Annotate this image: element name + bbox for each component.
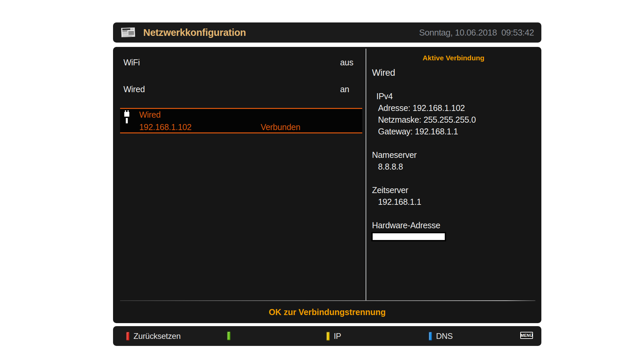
datetime-display: Sonntag, 10.06.2018 09:53:42 (419, 27, 534, 38)
list-row-wifi-label[interactable]: WiFi (123, 58, 140, 67)
blue-key-icon (429, 332, 432, 341)
menu-button[interactable]: MENÜ (520, 332, 533, 339)
yellow-button[interactable]: IP (326, 331, 341, 341)
list-row-wired-label[interactable]: Wired (123, 84, 145, 94)
vertical-divider (366, 49, 366, 301)
page-title: Netzwerkkonfiguration (143, 27, 246, 38)
ethernet-plug-icon (124, 110, 129, 124)
list-row-wifi-value: aus (340, 58, 353, 67)
timeserver-value: 192.168.1.1 (378, 197, 421, 206)
blue-button[interactable]: DNS (429, 331, 453, 341)
nameserver-heading: Nameserver (372, 150, 417, 160)
timeserver-heading: Zeitserver (372, 185, 408, 195)
details-heading: Aktive Verbindung (366, 54, 541, 62)
red-key-icon (126, 332, 129, 341)
yellow-key-icon (326, 332, 330, 341)
red-button-label: Zurücksetzen (133, 331, 180, 341)
horizontal-divider (120, 300, 535, 301)
list-row-wired-value: an (340, 84, 349, 94)
details-adapter-name: Wired (372, 68, 395, 77)
hardware-address-heading: Hardware-Adresse (372, 221, 440, 230)
green-key-icon (227, 331, 230, 340)
red-button[interactable]: Zurücksetzen (126, 331, 180, 341)
footer-bar: Zurücksetzen IP DNS MENÜ (113, 326, 541, 346)
selected-adapter-name: Wired (139, 110, 161, 119)
main-panel: WiFi aus Wired an Wired 192.168.1.102 Ve… (113, 47, 541, 323)
menu-button-label: MENÜ (521, 333, 533, 338)
selected-adapter-status: Verbunden (261, 122, 300, 132)
selected-adapter-row[interactable]: Wired 192.168.1.102 Verbunden (120, 108, 362, 133)
network-configuration-screen: Netzwerkkonfiguration Sonntag, 10.06.201… (0, 0, 644, 362)
yellow-button-label: IP (334, 331, 341, 341)
blue-button-label: DNS (436, 331, 453, 341)
newspaper-icon (120, 27, 136, 38)
hardware-address-value-box (371, 232, 446, 241)
green-button[interactable] (227, 331, 234, 340)
ipv4-gateway: Gateway: 192.168.1.1 (378, 127, 458, 136)
ipv4-heading: IPv4 (376, 92, 393, 101)
ipv4-address: Adresse: 192.168.1.102 (378, 103, 465, 113)
ipv4-netmask: Netzmaske: 255.255.255.0 (378, 115, 476, 124)
selected-adapter-ip: 192.168.1.102 (139, 122, 192, 132)
header-bar: Netzwerkkonfiguration Sonntag, 10.06.201… (113, 22, 541, 43)
nameserver-value: 8.8.8.8 (378, 162, 403, 171)
ok-hint: OK zur Verbindungstrennung (113, 307, 541, 317)
